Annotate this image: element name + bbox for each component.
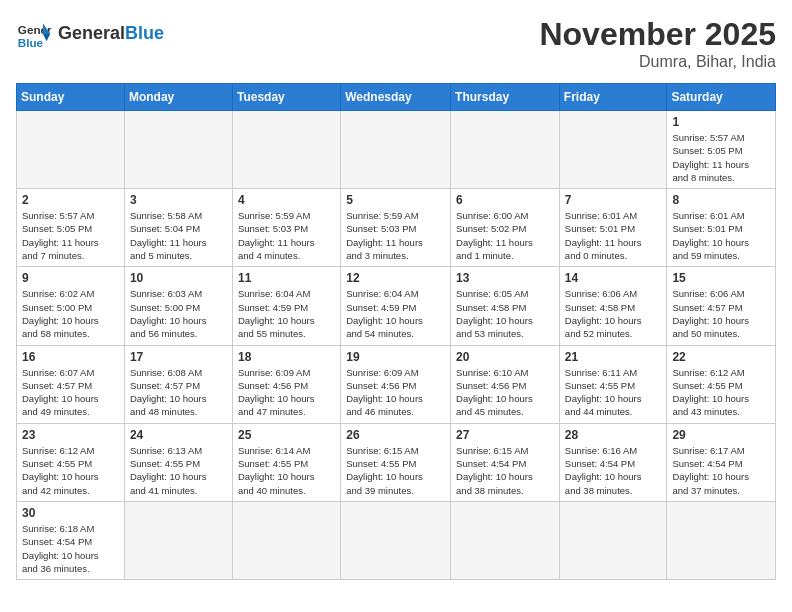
day-number: 7 [565,193,662,207]
day-number: 14 [565,271,662,285]
logo: General Blue GeneralBlue [16,16,164,52]
table-row: 11Sunrise: 6:04 AMSunset: 4:59 PMDayligh… [232,267,340,345]
calendar-row-5: 30Sunrise: 6:18 AMSunset: 4:54 PMDayligh… [17,501,776,579]
calendar-table: Sunday Monday Tuesday Wednesday Thursday… [16,83,776,580]
table-row [341,111,451,189]
day-number: 11 [238,271,335,285]
table-row: 9Sunrise: 6:02 AMSunset: 5:00 PMDaylight… [17,267,125,345]
day-info: Sunrise: 6:16 AMSunset: 4:54 PMDaylight:… [565,444,662,497]
day-number: 8 [672,193,770,207]
logo-icon: General Blue [16,16,52,52]
table-row [341,501,451,579]
calendar-row-1: 2Sunrise: 5:57 AMSunset: 5:05 PMDaylight… [17,189,776,267]
weekday-header-row: Sunday Monday Tuesday Wednesday Thursday… [17,84,776,111]
day-number: 22 [672,350,770,364]
day-info: Sunrise: 6:18 AMSunset: 4:54 PMDaylight:… [22,522,119,575]
day-info: Sunrise: 6:04 AMSunset: 4:59 PMDaylight:… [346,287,445,340]
table-row: 13Sunrise: 6:05 AMSunset: 4:58 PMDayligh… [451,267,560,345]
header-sunday: Sunday [17,84,125,111]
day-number: 1 [672,115,770,129]
day-number: 15 [672,271,770,285]
table-row: 24Sunrise: 6:13 AMSunset: 4:55 PMDayligh… [124,423,232,501]
day-number: 12 [346,271,445,285]
calendar-row-4: 23Sunrise: 6:12 AMSunset: 4:55 PMDayligh… [17,423,776,501]
header-tuesday: Tuesday [232,84,340,111]
table-row [451,501,560,579]
table-row: 19Sunrise: 6:09 AMSunset: 4:56 PMDayligh… [341,345,451,423]
day-number: 29 [672,428,770,442]
day-number: 3 [130,193,227,207]
day-info: Sunrise: 6:04 AMSunset: 4:59 PMDaylight:… [238,287,335,340]
day-info: Sunrise: 6:17 AMSunset: 4:54 PMDaylight:… [672,444,770,497]
table-row: 8Sunrise: 6:01 AMSunset: 5:01 PMDaylight… [667,189,776,267]
table-row: 12Sunrise: 6:04 AMSunset: 4:59 PMDayligh… [341,267,451,345]
month-title: November 2025 [539,16,776,53]
day-info: Sunrise: 6:15 AMSunset: 4:55 PMDaylight:… [346,444,445,497]
calendar-row-2: 9Sunrise: 6:02 AMSunset: 5:00 PMDaylight… [17,267,776,345]
table-row [17,111,125,189]
day-info: Sunrise: 6:12 AMSunset: 4:55 PMDaylight:… [672,366,770,419]
day-info: Sunrise: 5:57 AMSunset: 5:05 PMDaylight:… [672,131,770,184]
day-info: Sunrise: 5:58 AMSunset: 5:04 PMDaylight:… [130,209,227,262]
day-info: Sunrise: 6:03 AMSunset: 5:00 PMDaylight:… [130,287,227,340]
table-row: 21Sunrise: 6:11 AMSunset: 4:55 PMDayligh… [559,345,667,423]
header-wednesday: Wednesday [341,84,451,111]
day-number: 20 [456,350,554,364]
table-row: 18Sunrise: 6:09 AMSunset: 4:56 PMDayligh… [232,345,340,423]
calendar-row-0: 1Sunrise: 5:57 AMSunset: 5:05 PMDaylight… [17,111,776,189]
page-header: General Blue GeneralBlue November 2025 D… [16,16,776,71]
day-number: 17 [130,350,227,364]
table-row [232,111,340,189]
day-info: Sunrise: 6:11 AMSunset: 4:55 PMDaylight:… [565,366,662,419]
table-row: 3Sunrise: 5:58 AMSunset: 5:04 PMDaylight… [124,189,232,267]
svg-marker-3 [43,34,50,41]
day-number: 27 [456,428,554,442]
day-info: Sunrise: 6:12 AMSunset: 4:55 PMDaylight:… [22,444,119,497]
table-row: 14Sunrise: 6:06 AMSunset: 4:58 PMDayligh… [559,267,667,345]
day-number: 19 [346,350,445,364]
table-row: 6Sunrise: 6:00 AMSunset: 5:02 PMDaylight… [451,189,560,267]
table-row: 2Sunrise: 5:57 AMSunset: 5:05 PMDaylight… [17,189,125,267]
day-number: 6 [456,193,554,207]
location: Dumra, Bihar, India [539,53,776,71]
day-info: Sunrise: 6:02 AMSunset: 5:00 PMDaylight:… [22,287,119,340]
table-row: 4Sunrise: 5:59 AMSunset: 5:03 PMDaylight… [232,189,340,267]
day-info: Sunrise: 6:13 AMSunset: 4:55 PMDaylight:… [130,444,227,497]
day-info: Sunrise: 6:15 AMSunset: 4:54 PMDaylight:… [456,444,554,497]
table-row: 26Sunrise: 6:15 AMSunset: 4:55 PMDayligh… [341,423,451,501]
header-friday: Friday [559,84,667,111]
table-row: 1Sunrise: 5:57 AMSunset: 5:05 PMDaylight… [667,111,776,189]
header-monday: Monday [124,84,232,111]
day-number: 5 [346,193,445,207]
table-row [124,111,232,189]
table-row [559,501,667,579]
day-info: Sunrise: 5:57 AMSunset: 5:05 PMDaylight:… [22,209,119,262]
table-row: 27Sunrise: 6:15 AMSunset: 4:54 PMDayligh… [451,423,560,501]
day-number: 26 [346,428,445,442]
title-block: November 2025 Dumra, Bihar, India [539,16,776,71]
table-row: 28Sunrise: 6:16 AMSunset: 4:54 PMDayligh… [559,423,667,501]
day-number: 9 [22,271,119,285]
table-row: 17Sunrise: 6:08 AMSunset: 4:57 PMDayligh… [124,345,232,423]
day-number: 23 [22,428,119,442]
table-row: 23Sunrise: 6:12 AMSunset: 4:55 PMDayligh… [17,423,125,501]
day-number: 13 [456,271,554,285]
table-row: 16Sunrise: 6:07 AMSunset: 4:57 PMDayligh… [17,345,125,423]
table-row: 7Sunrise: 6:01 AMSunset: 5:01 PMDaylight… [559,189,667,267]
day-info: Sunrise: 6:14 AMSunset: 4:55 PMDaylight:… [238,444,335,497]
calendar-row-3: 16Sunrise: 6:07 AMSunset: 4:57 PMDayligh… [17,345,776,423]
table-row: 20Sunrise: 6:10 AMSunset: 4:56 PMDayligh… [451,345,560,423]
day-info: Sunrise: 6:09 AMSunset: 4:56 PMDaylight:… [238,366,335,419]
day-number: 16 [22,350,119,364]
day-info: Sunrise: 6:00 AMSunset: 5:02 PMDaylight:… [456,209,554,262]
logo-text: GeneralBlue [58,24,164,44]
table-row [559,111,667,189]
day-info: Sunrise: 6:10 AMSunset: 4:56 PMDaylight:… [456,366,554,419]
table-row: 25Sunrise: 6:14 AMSunset: 4:55 PMDayligh… [232,423,340,501]
day-info: Sunrise: 6:08 AMSunset: 4:57 PMDaylight:… [130,366,227,419]
day-number: 18 [238,350,335,364]
day-number: 4 [238,193,335,207]
day-info: Sunrise: 6:01 AMSunset: 5:01 PMDaylight:… [672,209,770,262]
day-info: Sunrise: 6:05 AMSunset: 4:58 PMDaylight:… [456,287,554,340]
header-thursday: Thursday [451,84,560,111]
